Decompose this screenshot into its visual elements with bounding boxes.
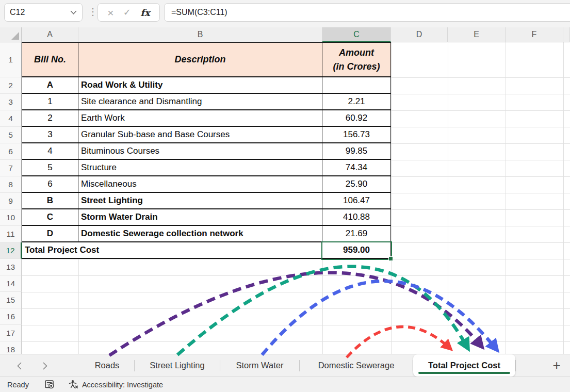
gridline — [22, 325, 570, 325]
row-header-14[interactable]: 14 — [0, 275, 22, 292]
more-options-icon[interactable]: ⋮ — [88, 7, 97, 17]
cell-C2[interactable] — [322, 77, 391, 94]
tabs-scroll-left-icon[interactable] — [14, 361, 24, 370]
formula-input[interactable]: =SUM(C3:C11) — [164, 3, 570, 22]
cell-A3[interactable]: 1 — [22, 94, 78, 110]
status-bar: Ready Accessibility: Investigate — [0, 377, 570, 392]
macro-record-icon[interactable] — [44, 380, 55, 389]
cell-C11[interactable]: 21.69 — [322, 226, 391, 242]
row-header-13[interactable]: 13 — [0, 259, 22, 275]
row-header-9[interactable]: 9 — [0, 193, 22, 209]
row-header-6[interactable]: 6 — [0, 143, 22, 160]
cell-C10[interactable]: 410.88 — [322, 209, 391, 226]
row-header-3[interactable]: 3 — [0, 94, 22, 110]
tab-separator — [515, 360, 516, 371]
row-header-11[interactable]: 11 — [0, 226, 22, 242]
formula-bar-strip: C12 ⋮ × ✓ fx =SUM(C3:C11) — [0, 0, 570, 27]
name-box[interactable]: C12 — [4, 3, 83, 22]
sheet-tab-label: Street Lighting — [150, 361, 204, 370]
cell-B10[interactable]: Storm Water Drain — [78, 209, 322, 226]
cell-B4[interactable]: Earth Work — [78, 110, 322, 127]
tabs-scroll-right-icon[interactable] — [40, 361, 50, 370]
cell-C4[interactable]: 60.92 — [322, 110, 391, 127]
cell-A7[interactable]: 5 — [22, 160, 78, 176]
cell-B11[interactable]: Domestic Sewerage collection network — [78, 226, 322, 242]
column-header-F[interactable]: F — [506, 27, 563, 42]
row-header-4[interactable]: 4 — [0, 110, 22, 127]
formula-text: =SUM(C3:C11) — [171, 8, 227, 17]
cell-C6[interactable]: 99.85 — [322, 143, 391, 160]
cell-A4[interactable]: 2 — [22, 110, 78, 127]
cell-B5[interactable]: Granular Sub-base and Base Courses — [78, 127, 322, 143]
row-header-12[interactable]: 12 — [0, 242, 22, 259]
sheet-tab-label: Roads — [95, 361, 120, 370]
new-sheet-button[interactable]: + — [547, 354, 566, 377]
sheet-tab-label: Total Project Cost — [428, 361, 500, 370]
cell-A11[interactable]: D — [22, 226, 78, 242]
gridline — [22, 275, 570, 276]
cell-B1[interactable]: Description — [78, 42, 322, 77]
cell-A10[interactable]: C — [22, 209, 78, 226]
row-header-17[interactable]: 17 — [0, 325, 22, 341]
column-header-B[interactable]: B — [78, 27, 322, 42]
accessibility-icon[interactable] — [69, 380, 79, 389]
column-header-E[interactable]: E — [448, 27, 506, 42]
gridline — [448, 42, 448, 354]
roads-to-total-arrow — [109, 273, 482, 355]
domestic-sewerage-to-total-arrow — [347, 326, 450, 357]
cell-B6[interactable]: Bituminous Courses — [78, 143, 322, 160]
cell-C8[interactable]: 25.90 — [322, 176, 391, 193]
gridline — [22, 341, 570, 342]
cell-C12[interactable]: 959.00 — [322, 242, 391, 259]
gridline — [22, 308, 570, 309]
sheet-tab-storm-water[interactable]: Storm Water — [220, 354, 299, 377]
cell-B9[interactable]: Street Lighting — [78, 193, 322, 209]
cell-A8[interactable]: 6 — [22, 176, 78, 193]
select-all-button[interactable] — [0, 27, 22, 42]
column-header-D[interactable]: D — [391, 27, 448, 42]
cell-A6[interactable]: 4 — [22, 143, 78, 160]
cell-A1[interactable]: Bill No. — [22, 42, 78, 77]
row-header-16[interactable]: 16 — [0, 308, 22, 325]
amount-header-line1: Amount — [339, 46, 374, 60]
chevron-down-icon[interactable] — [70, 10, 77, 15]
insert-function-icon[interactable]: fx — [140, 7, 150, 18]
cell-A12[interactable]: Total Project Cost — [22, 242, 322, 259]
cell-C1[interactable]: Amount(in Crores) — [322, 42, 391, 77]
cell-A9[interactable]: B — [22, 193, 78, 209]
row-header-7[interactable]: 7 — [0, 160, 22, 176]
cell-C9[interactable]: 106.47 — [322, 193, 391, 209]
formula-buttons: × ✓ fx — [97, 3, 160, 22]
cell-C7[interactable]: 74.34 — [322, 160, 391, 176]
accessibility-status[interactable]: Accessibility: Investigate — [82, 381, 163, 389]
column-header-A[interactable]: A — [22, 27, 78, 42]
cell-A2[interactable]: A — [22, 77, 78, 94]
row-header-8[interactable]: 8 — [0, 176, 22, 193]
amount-header-line2: (in Crores) — [333, 60, 380, 74]
sheet-tab-label: Domestic Sewerage — [318, 361, 395, 370]
sheet-tab-domestic-sewerage[interactable]: Domestic Sewerage — [300, 354, 413, 377]
cell-B7[interactable]: Structure — [78, 160, 322, 176]
gridline — [22, 259, 570, 259]
row-header-15[interactable]: 15 — [0, 292, 22, 308]
row-header-1[interactable]: 1 — [0, 42, 22, 77]
row-header-5[interactable]: 5 — [0, 127, 22, 143]
column-header-C[interactable]: C — [322, 27, 391, 42]
cell-C5[interactable]: 156.73 — [322, 127, 391, 143]
gridline — [563, 42, 564, 354]
sheet-tab-street-lighting[interactable]: Street Lighting — [135, 354, 220, 377]
column-header-partial[interactable] — [563, 27, 570, 42]
sheet-tab-roads[interactable]: Roads — [80, 354, 134, 377]
row-header-10[interactable]: 10 — [0, 209, 22, 226]
cell-B2[interactable]: Road Work & Utility — [78, 77, 322, 94]
cell-B8[interactable]: Miscellaneous — [78, 176, 322, 193]
sheet-tab-label: Storm Water — [236, 361, 284, 370]
cell-C3[interactable]: 2.21 — [322, 94, 391, 110]
cancel-icon[interactable]: × — [107, 7, 113, 18]
active-tab-underline — [418, 372, 510, 374]
sheet-tab-total-project-cost[interactable]: Total Project Cost — [413, 354, 515, 377]
row-header-2[interactable]: 2 — [0, 77, 22, 94]
cell-A5[interactable]: 3 — [22, 127, 78, 143]
cell-B3[interactable]: Site clearance and Dismantling — [78, 94, 322, 110]
enter-icon[interactable]: ✓ — [123, 8, 131, 17]
